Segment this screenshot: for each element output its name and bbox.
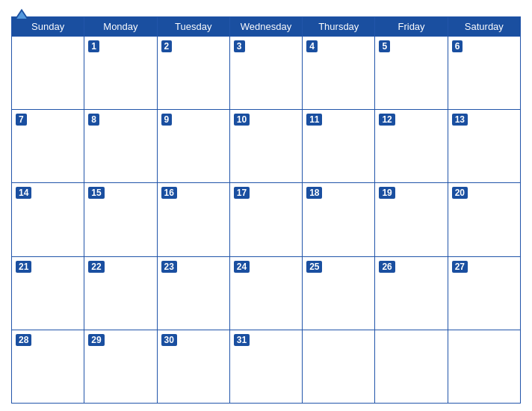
calendar-week-row: 21222324252627	[12, 256, 521, 330]
day-number: 13	[452, 114, 468, 126]
calendar-cell: 24	[229, 256, 302, 330]
calendar-page: SundayMondayTuesdayWednesdayThursdayFrid…	[0, 0, 532, 411]
calendar-cell: 12	[375, 110, 448, 183]
calendar-cell: 21	[12, 256, 84, 330]
day-number: 26	[379, 261, 395, 273]
calendar-cell: 1	[84, 37, 157, 110]
day-number: 9	[161, 114, 173, 126]
day-number: 19	[379, 187, 395, 199]
calendar-cell: 10	[229, 110, 302, 183]
calendar-cell: 20	[448, 183, 520, 256]
day-number: 11	[306, 114, 322, 126]
calendar-cell: 27	[448, 256, 520, 330]
calendar-cell	[448, 330, 520, 403]
day-number: 6	[452, 40, 463, 52]
calendar-cell: 11	[303, 110, 375, 183]
weekday-header-tuesday: Tuesday	[157, 17, 229, 37]
calendar-cell: 28	[12, 330, 84, 403]
day-number: 31	[234, 334, 250, 346]
calendar-cell: 26	[375, 256, 448, 330]
calendar-cell: 25	[303, 256, 375, 330]
calendar-week-row: 78910111213	[12, 110, 521, 183]
calendar-cell: 16	[157, 183, 229, 256]
day-number: 24	[234, 261, 250, 273]
day-number: 15	[88, 187, 104, 199]
calendar-cell: 15	[84, 183, 157, 256]
calendar-cell: 31	[229, 330, 302, 403]
day-number: 12	[379, 114, 395, 126]
calendar-cell: 3	[229, 37, 302, 110]
generalblue-icon	[11, 7, 32, 22]
weekday-header-row: SundayMondayTuesdayWednesdayThursdayFrid…	[12, 17, 521, 37]
calendar-cell: 2	[157, 37, 229, 110]
calendar-cell: 23	[157, 256, 229, 330]
day-number: 2	[161, 40, 173, 52]
calendar-cell: 5	[375, 37, 448, 110]
day-number: 8	[88, 114, 99, 126]
day-number: 5	[379, 40, 390, 52]
day-number: 27	[452, 261, 468, 273]
day-number: 20	[452, 187, 468, 199]
calendar-cell: 9	[157, 110, 229, 183]
day-number: 22	[88, 261, 104, 273]
weekday-header-thursday: Thursday	[303, 17, 375, 37]
weekday-header-monday: Monday	[84, 17, 157, 37]
calendar-header	[11, 7, 521, 13]
day-number: 16	[161, 187, 177, 199]
calendar-week-row: 28293031	[12, 330, 521, 403]
day-number: 30	[161, 334, 177, 346]
day-number: 21	[16, 261, 31, 273]
weekday-header-friday: Friday	[375, 17, 448, 37]
day-number: 23	[161, 261, 177, 273]
weekday-header-saturday: Saturday	[448, 17, 520, 37]
calendar-week-row: 14151617181920	[12, 183, 521, 256]
calendar-cell: 14	[12, 183, 84, 256]
calendar-cell: 6	[448, 37, 520, 110]
day-number: 28	[16, 334, 31, 346]
day-number: 1	[88, 40, 99, 52]
day-number: 25	[306, 261, 322, 273]
day-number: 17	[234, 187, 250, 199]
calendar-cell: 30	[157, 330, 229, 403]
day-number: 14	[16, 187, 31, 199]
calendar-cell: 8	[84, 110, 157, 183]
calendar-cell: 22	[84, 256, 157, 330]
calendar-cell: 18	[303, 183, 375, 256]
calendar-cell: 4	[303, 37, 375, 110]
day-number: 29	[88, 334, 104, 346]
logo-area	[11, 7, 34, 22]
calendar-cell: 19	[375, 183, 448, 256]
calendar-cell	[303, 330, 375, 403]
calendar-cell	[375, 330, 448, 403]
day-number: 4	[306, 40, 318, 52]
day-number: 7	[16, 114, 27, 126]
calendar-cell: 13	[448, 110, 520, 183]
calendar-cell: 7	[12, 110, 84, 183]
day-number: 10	[234, 114, 250, 126]
calendar-week-row: 123456	[12, 37, 521, 110]
day-number: 3	[234, 40, 245, 52]
calendar-cell	[12, 37, 84, 110]
calendar-cell: 29	[84, 330, 157, 403]
calendar-cell: 17	[229, 183, 302, 256]
weekday-header-wednesday: Wednesday	[229, 17, 302, 37]
day-number: 18	[306, 187, 322, 199]
calendar-table: SundayMondayTuesdayWednesdayThursdayFrid…	[11, 16, 521, 404]
